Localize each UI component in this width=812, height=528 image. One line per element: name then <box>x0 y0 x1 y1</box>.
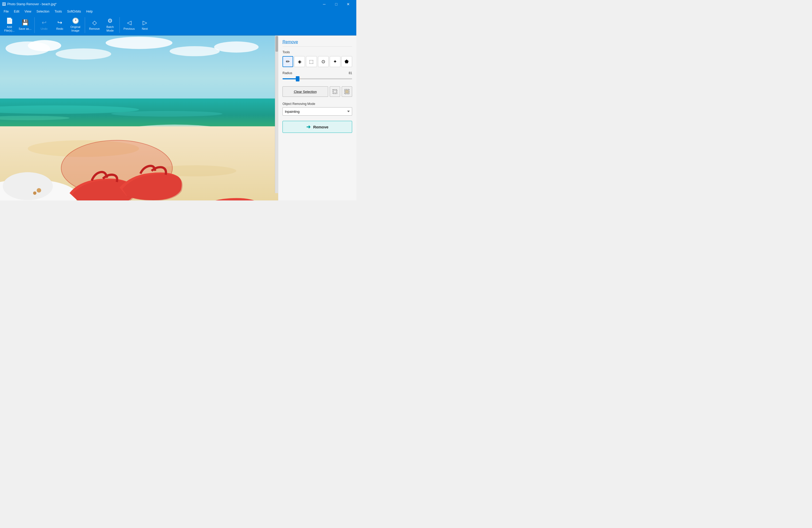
menu-item-view[interactable]: View <box>22 9 34 14</box>
svg-point-5 <box>170 46 220 56</box>
redo-label: Redo <box>56 27 63 30</box>
canvas-area[interactable] <box>0 35 278 200</box>
remove-label: Remove <box>89 27 100 30</box>
svg-point-2 <box>28 40 61 52</box>
toolbar-separator-3 <box>119 17 120 33</box>
svg-rect-22 <box>345 90 348 93</box>
svg-rect-20 <box>334 90 336 93</box>
right-panel: Remove Tools ✏◈⬚⊙✦⬟ Radius 81 Clear Sele… <box>278 35 356 200</box>
app-title: Photo Stamp Remover - beach.jpg* <box>7 2 57 6</box>
remove-button-arrow: ➜ <box>306 124 311 130</box>
original-image-icon: 🕐 <box>72 17 79 24</box>
vertical-scroll-thumb[interactable] <box>275 36 278 52</box>
menu-item-selection[interactable]: Selection <box>34 9 52 14</box>
close-button[interactable]: ✕ <box>342 0 354 8</box>
radius-slider[interactable] <box>282 78 352 79</box>
batch-mode-button[interactable]: ⚙Batch Mode <box>103 16 117 34</box>
tool-brush[interactable]: ✏ <box>282 56 293 67</box>
radius-value: 81 <box>349 71 352 75</box>
menu-item-file[interactable]: File <box>1 9 11 14</box>
svg-point-9 <box>111 111 222 116</box>
panel-title: Remove <box>282 40 352 47</box>
tool-eraser[interactable]: ◈ <box>294 56 305 67</box>
main-area: Remove Tools ✏◈⬚⊙✦⬟ Radius 81 Clear Sele… <box>0 35 356 200</box>
tool-magic-wand[interactable]: ✦ <box>330 56 340 67</box>
original-image-label: Original Image <box>68 25 83 32</box>
add-files-button[interactable]: 📄Add File(s)... <box>2 16 17 34</box>
save-as-label: Save as... <box>19 27 32 30</box>
object-removing-mode-label: Object Removing Mode <box>282 102 352 106</box>
app-icon: 🖼 <box>2 2 6 6</box>
tools-label: Tools <box>282 51 352 54</box>
remove-button[interactable]: ◇Remove <box>87 16 102 34</box>
minimize-button[interactable]: ─ <box>318 0 330 8</box>
svg-point-17 <box>37 188 41 192</box>
save-as-icon: 💾 <box>21 19 29 26</box>
batch-mode-icon: ⚙ <box>107 17 113 24</box>
next-icon: ▷ <box>143 19 147 26</box>
svg-point-4 <box>106 37 172 49</box>
menu-bar: FileEditViewSelectionToolsSoftOrbitsHelp <box>0 8 356 15</box>
redo-button[interactable]: ↪Redo <box>53 16 67 34</box>
clear-selection-row: Clear Selection <box>282 86 352 97</box>
tools-row: ✏◈⬚⊙✦⬟ <box>282 56 352 67</box>
svg-point-3 <box>56 48 111 60</box>
next-label: Next <box>142 27 148 30</box>
undo-icon: ↩ <box>42 19 46 26</box>
remove-button[interactable]: ➜ Remove <box>282 121 352 133</box>
svg-point-16 <box>3 172 53 200</box>
radius-slider-container <box>282 76 352 80</box>
previous-button[interactable]: ◁Previous <box>122 16 136 34</box>
vertical-scrollbar[interactable] <box>275 35 278 193</box>
tool-rect-select[interactable]: ⬚ <box>306 56 317 67</box>
tool-stamp[interactable]: ⬟ <box>342 56 352 67</box>
remove-icon: ◇ <box>92 19 97 26</box>
previous-icon: ◁ <box>127 19 131 26</box>
object-removing-mode-select[interactable]: InpaintingSmart FillBackgroundTexture <box>282 107 352 116</box>
batch-mode-label: Batch Mode <box>103 25 117 32</box>
select-to-fit-button[interactable] <box>330 86 340 97</box>
save-as-button[interactable]: 💾Save as... <box>18 16 32 34</box>
toolbar-separator-1 <box>34 17 35 33</box>
radius-label: Radius <box>282 71 292 75</box>
restore-button[interactable]: □ <box>330 0 342 8</box>
clear-selection-button[interactable]: Clear Selection <box>282 86 328 97</box>
canvas-image[interactable] <box>0 35 278 200</box>
toolbar-separator-2 <box>85 17 85 33</box>
title-bar: 🖼 Photo Stamp Remover - beach.jpg* ─ □ ✕ <box>0 0 356 8</box>
title-bar-controls: ─ □ ✕ <box>318 0 354 8</box>
radius-row: Radius 81 <box>282 71 352 75</box>
add-files-label: Add File(s)... <box>2 25 17 32</box>
toolbar: 📄Add File(s)...💾Save as...↩Undo↪Redo🕐Ori… <box>0 15 356 35</box>
menu-item-softorbits[interactable]: SoftOrbits <box>64 9 84 14</box>
redo-icon: ↪ <box>57 19 62 26</box>
undo-button: ↩Undo <box>37 16 52 34</box>
menu-item-tools[interactable]: Tools <box>52 9 64 14</box>
menu-item-help[interactable]: Help <box>84 9 96 14</box>
add-files-icon: 📄 <box>6 17 13 24</box>
menu-item-edit[interactable]: Edit <box>11 9 22 14</box>
previous-label: Previous <box>124 27 135 30</box>
original-image-button[interactable]: 🕐Original Image <box>68 16 83 34</box>
title-bar-left: 🖼 Photo Stamp Remover - beach.jpg* <box>2 2 57 6</box>
undo-label: Undo <box>41 27 47 30</box>
next-button[interactable]: ▷Next <box>137 16 152 34</box>
select-expand-button[interactable] <box>342 86 352 97</box>
tool-lasso[interactable]: ⊙ <box>318 56 329 67</box>
svg-rect-19 <box>333 89 337 94</box>
remove-button-label: Remove <box>313 125 329 129</box>
svg-point-6 <box>214 42 259 53</box>
svg-point-18 <box>33 191 37 195</box>
